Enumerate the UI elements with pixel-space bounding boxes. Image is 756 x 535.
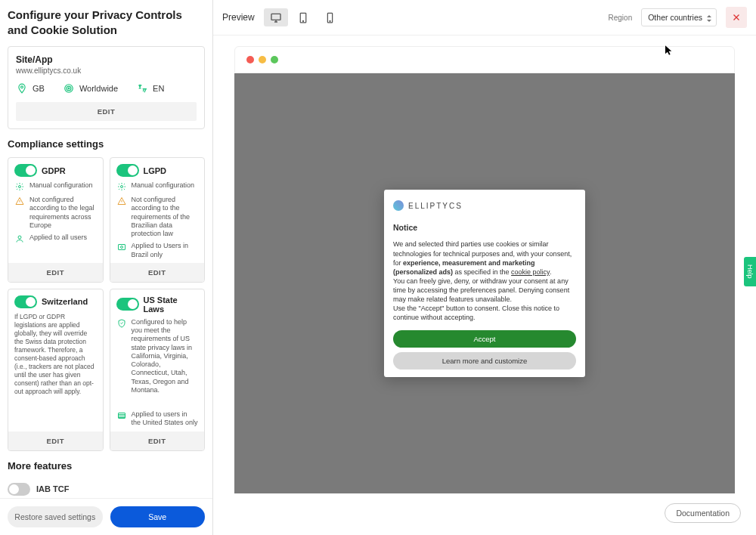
restore-button[interactable]: Restore saved settings	[8, 506, 103, 527]
site-url: www.elliptycs.co.uk	[16, 66, 197, 75]
warning-icon	[14, 196, 25, 206]
lgpd-edit-button[interactable]: EDIT	[110, 263, 205, 282]
gdpr-scope: Applied to all users	[29, 233, 87, 242]
toggle-usstate[interactable]	[116, 298, 139, 311]
gdpr-warn: Not configured according to the legal re…	[29, 196, 97, 230]
svg-point-12	[302, 20, 303, 21]
main-area: Preview Region Other countries	[213, 0, 756, 535]
toggle-gdpr[interactable]	[14, 164, 37, 177]
lgpd-warn: Not configured according to the requirem…	[132, 196, 199, 238]
browser-chrome	[234, 46, 735, 73]
sidebar-scroll[interactable]: Configure your Privacy Controls and Cook…	[0, 0, 212, 498]
cookie-notice: ELLIPTYCS Notice We and selected third p…	[384, 190, 585, 376]
sidebar-footer: Restore saved settings Save	[0, 498, 212, 535]
gdpr-edit-button[interactable]: EDIT	[8, 263, 103, 282]
notice-title: Notice	[393, 223, 576, 232]
toggle-lgpd[interactable]	[116, 164, 139, 177]
gdpr-manual: Manual configuration	[29, 181, 93, 190]
region-label: Region	[609, 14, 633, 22]
traffic-yellow-icon	[259, 56, 266, 63]
svg-point-3	[68, 88, 70, 89]
usstate-desc: Configured to help you meet the requirem…	[132, 318, 199, 394]
learn-more-button[interactable]: Learn more and customize	[393, 352, 576, 370]
lgpd-manual: Manual configuration	[132, 181, 195, 190]
preview-label: Preview	[222, 12, 255, 23]
svg-rect-10	[271, 14, 280, 20]
device-desktop-button[interactable]	[264, 8, 288, 26]
warning-icon	[116, 196, 127, 206]
switz-title: Switzerland	[42, 297, 88, 306]
more-features-title: More features	[8, 460, 205, 472]
flag-icon	[116, 410, 127, 421]
gdpr-title: GDPR	[42, 166, 66, 175]
compliance-card-switzerland: Switzerland If LGPD or GDPR legislations…	[8, 289, 104, 451]
accept-button[interactable]: Accept	[393, 330, 576, 348]
topbar: Preview Region Other countries	[213, 0, 756, 36]
help-tab[interactable]: Help	[744, 257, 756, 286]
toggle-switzerland[interactable]	[14, 295, 37, 308]
language-text: EN	[153, 84, 164, 93]
close-button[interactable]	[726, 7, 747, 28]
feature-iab: IAB TCF If you run ads on your site or a…	[8, 479, 205, 499]
svg-point-14	[330, 20, 330, 21]
page-title: Configure your Privacy Controls and Cook…	[8, 8, 205, 37]
users-icon	[14, 233, 25, 244]
region-value: Other countries	[648, 13, 702, 22]
device-mobile-button[interactable]	[318, 8, 342, 26]
tablet-icon	[299, 12, 308, 23]
svg-point-0	[21, 86, 23, 88]
gear-icon	[116, 181, 127, 192]
shield-icon	[116, 318, 127, 329]
documentation-button[interactable]: Documentation	[665, 503, 741, 523]
mobile-icon	[327, 12, 333, 23]
lgpd-scope: Applied to Users in Brazil only	[132, 242, 199, 259]
desktop-icon	[270, 12, 282, 23]
notice-brand: ELLIPTYCS	[393, 200, 576, 211]
scope-text: Worldwide	[79, 84, 118, 93]
traffic-red-icon	[246, 56, 254, 63]
svg-point-8	[120, 246, 122, 249]
site-badges: GB Worldwide EN	[16, 82, 197, 94]
brand-text: ELLIPTYCS	[408, 202, 463, 210]
svg-point-4	[19, 186, 21, 188]
switz-desc: If LGPD or GDPR legislations are applied…	[14, 313, 97, 396]
compliance-card-gdpr: GDPR Manual configuration Not configured…	[8, 157, 104, 283]
preview-area: ELLIPTYCS Notice We and selected third p…	[213, 36, 756, 535]
svg-rect-7	[118, 245, 125, 250]
traffic-green-icon	[271, 56, 278, 63]
device-tablet-button[interactable]	[291, 8, 315, 26]
site-label: Site/App	[16, 54, 197, 65]
toggle-iab[interactable]	[8, 483, 30, 496]
badge-country: GB	[16, 82, 45, 94]
svg-point-5	[18, 236, 21, 239]
usstate-edit-button[interactable]: EDIT	[110, 431, 205, 450]
usstate-scope: Applied to users in the United States on…	[132, 410, 199, 428]
switz-edit-button[interactable]: EDIT	[8, 431, 103, 450]
sidebar: Configure your Privacy Controls and Cook…	[0, 0, 213, 535]
device-tabs	[264, 8, 342, 26]
location-icon	[16, 82, 28, 94]
flag-icon	[116, 242, 127, 252]
close-icon	[732, 13, 741, 22]
svg-point-1	[65, 85, 73, 93]
iab-title: IAB TCF	[36, 484, 69, 493]
gear-icon	[14, 181, 25, 192]
svg-point-2	[67, 86, 71, 91]
brand-mark-icon	[393, 200, 404, 211]
save-button[interactable]: Save	[110, 506, 206, 527]
compliance-card-lgpd: LGPD Manual configuration Not configured…	[110, 157, 206, 283]
notice-body: We and selected third parties use cookie…	[393, 240, 576, 322]
country-text: GB	[33, 84, 45, 93]
svg-point-6	[120, 186, 122, 188]
site-edit-button[interactable]: EDIT	[16, 102, 197, 121]
compliance-grid: GDPR Manual configuration Not configured…	[8, 157, 205, 451]
compliance-section-title: Compliance settings	[8, 138, 205, 150]
site-card: Site/App www.elliptycs.co.uk GB Worldwid…	[8, 46, 205, 129]
cookie-policy-link[interactable]: cookie policy	[511, 268, 550, 276]
compliance-card-usstate: US State Laws Configured to help you mee…	[110, 289, 206, 451]
badge-scope: Worldwide	[63, 82, 118, 94]
preview-frame: ELLIPTYCS Notice We and selected third p…	[234, 73, 735, 493]
translate-icon	[136, 82, 148, 94]
target-icon	[63, 82, 75, 94]
region-select[interactable]: Other countries	[641, 8, 717, 26]
